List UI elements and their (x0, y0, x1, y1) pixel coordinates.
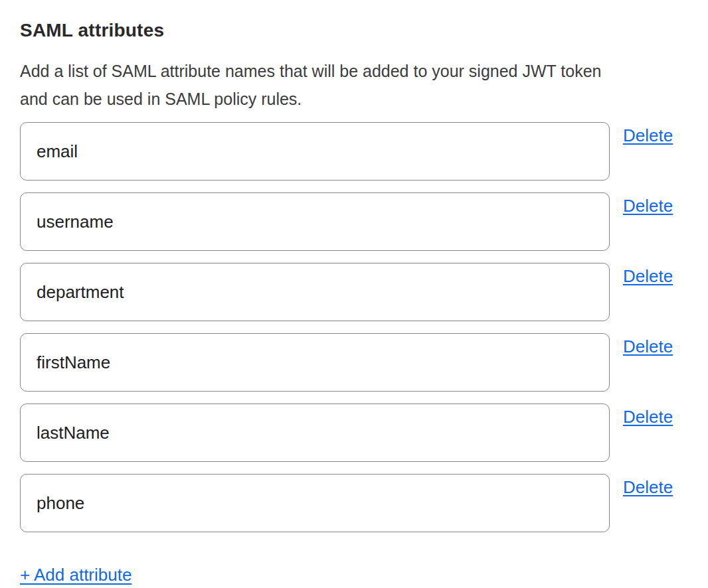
saml-attribute-input-username[interactable] (20, 192, 610, 251)
page-title: SAML attributes (20, 19, 681, 42)
saml-attributes-section: SAML attributes Add a list of SAML attri… (0, 0, 708, 588)
saml-attribute-row: Delete (20, 474, 681, 532)
section-description: Add a list of SAML attribute names that … (20, 57, 681, 113)
saml-attribute-row: Delete (20, 333, 681, 392)
attribute-list: Delete Delete Delete Delete Delete Delet… (20, 122, 681, 532)
description-line: Add a list of SAML attribute names that … (20, 57, 681, 85)
saml-attribute-row: Delete (20, 404, 681, 462)
saml-attribute-input-firstname[interactable] (20, 333, 610, 392)
saml-attribute-row: Delete (20, 263, 681, 321)
delete-attribute-link[interactable]: Delete (623, 407, 673, 427)
delete-attribute-link[interactable]: Delete (623, 125, 673, 146)
delete-attribute-link[interactable]: Delete (623, 477, 673, 498)
saml-attribute-input-lastname[interactable] (20, 404, 610, 462)
saml-attribute-input-email[interactable] (20, 122, 610, 181)
saml-attribute-row: Delete (20, 122, 681, 181)
delete-attribute-link[interactable]: Delete (623, 266, 673, 287)
delete-attribute-link[interactable]: Delete (623, 196, 673, 216)
saml-attribute-input-phone[interactable] (20, 474, 610, 532)
saml-attribute-row: Delete (20, 192, 681, 251)
delete-attribute-link[interactable]: Delete (623, 336, 673, 357)
description-line: and can be used in SAML policy rules. (20, 85, 681, 113)
saml-attribute-input-department[interactable] (20, 263, 610, 321)
add-attribute-link[interactable]: + Add attribute (20, 565, 132, 585)
